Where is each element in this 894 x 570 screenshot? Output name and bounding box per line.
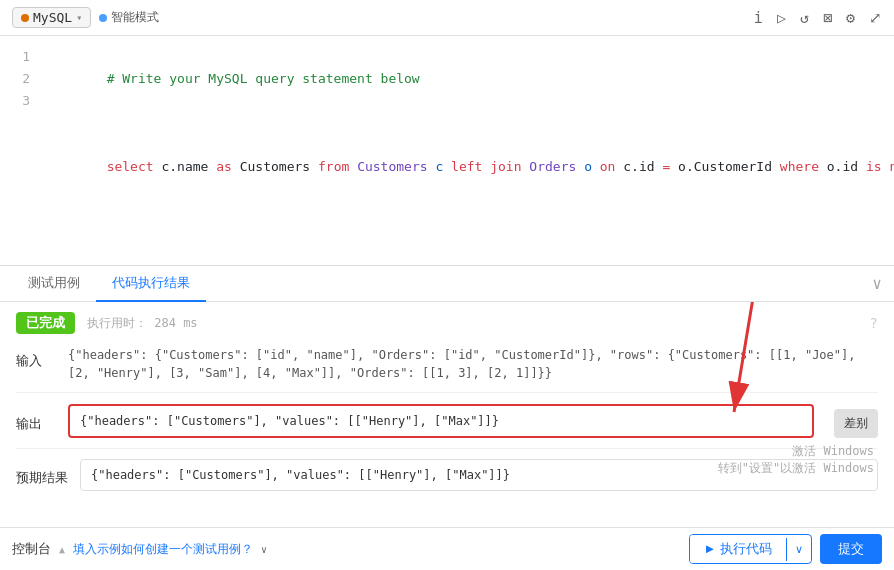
kw-from: from: [318, 159, 357, 174]
bottom-panel: 测试用例 代码执行结果 ∨ 已完成 执行用时： 284 ms ? 输入 {"he…: [0, 266, 894, 570]
editor-area[interactable]: 1 2 3 # Write your MySQL query statement…: [0, 36, 894, 266]
stop-icon[interactable]: ⊠: [823, 9, 832, 27]
editor-content: 1 2 3 # Write your MySQL query statement…: [0, 36, 894, 265]
settings-icon[interactable]: ⚙: [846, 9, 855, 27]
exec-time: 执行用时： 284 ms: [87, 315, 198, 332]
op-eq: =: [662, 159, 678, 174]
code-line-2: [36, 112, 894, 134]
run-dropdown-button[interactable]: ∨: [786, 538, 811, 561]
top-bar: MySQL ▾ 智能模式 i ▷ ↺ ⊠ ⚙ ⤢: [0, 0, 894, 36]
db-dot: [21, 14, 29, 22]
top-bar-left: MySQL ▾ 智能模式: [12, 7, 159, 28]
fill-dropdown-icon[interactable]: ∨: [261, 544, 267, 555]
run-button[interactable]: ► 执行代码 ∨: [689, 534, 812, 564]
kw-is: is: [866, 159, 889, 174]
expected-box: {"headers": ["Customers"], "values": [["…: [80, 459, 878, 491]
input-row: 输入 {"headers": {"Customers": ["id", "nam…: [16, 346, 878, 393]
kw-leftjoin: left join: [451, 159, 529, 174]
result-help-icon: ?: [870, 315, 878, 331]
db-selector[interactable]: MySQL ▾: [12, 7, 91, 28]
db-label: MySQL: [33, 10, 72, 25]
tab-test-case[interactable]: 测试用例: [12, 266, 96, 302]
console-label: 控制台: [12, 540, 51, 558]
kw-where: where: [780, 159, 827, 174]
val-null: null: [889, 159, 894, 174]
status-row: 已完成 执行用时： 284 ms ?: [16, 312, 878, 334]
col-customers-alias: Customers: [240, 159, 318, 174]
tabs: 测试用例 代码执行结果: [12, 266, 206, 302]
col-cid: c.id: [623, 159, 662, 174]
line-numbers: 1 2 3: [0, 36, 36, 265]
right-buttons: ► 执行代码 ∨ 提交: [689, 534, 882, 564]
status-badge: 已完成: [16, 312, 75, 334]
panel-expand-icon[interactable]: ∨: [872, 274, 882, 293]
expected-row: 预期结果 {"headers": ["Customers"], "values"…: [16, 459, 878, 501]
kw-select: select: [107, 159, 162, 174]
tab-bar: 测试用例 代码执行结果 ∨: [0, 266, 894, 302]
diff-button[interactable]: 差别: [834, 409, 878, 438]
code-line-3: select c.name as Customers from Customer…: [36, 134, 894, 200]
smart-dot: [99, 14, 107, 22]
smart-mode-label: 智能模式: [111, 9, 159, 26]
console-row: 控制台 ▲ 填入示例如何创建一个测试用例？ ∨: [12, 540, 267, 558]
smart-mode: 智能模式: [99, 9, 159, 26]
input-content: {"headers": {"Customers": ["id", "name"]…: [68, 346, 878, 382]
expected-label: 预期结果: [16, 463, 68, 487]
code-line-1: # Write your MySQL query statement below: [36, 46, 894, 112]
col-oid: o.id: [827, 159, 866, 174]
col-cname: c.name: [161, 159, 216, 174]
alias-o: o: [584, 159, 600, 174]
col-ocustomerid: o.CustomerId: [678, 159, 780, 174]
expand-icon[interactable]: ⤢: [869, 9, 882, 27]
comment-text: # Write your MySQL query statement below: [107, 71, 420, 86]
kw-on: on: [600, 159, 623, 174]
run-icon[interactable]: ▷: [777, 9, 786, 27]
fill-example-link[interactable]: 填入示例如何创建一个测试用例？: [73, 541, 253, 558]
tab-exec-result[interactable]: 代码执行结果: [96, 266, 206, 302]
output-box: {"headers": ["Customers"], "values": [["…: [68, 404, 814, 438]
output-label: 输出: [16, 409, 56, 433]
input-label: 输入: [16, 346, 56, 370]
db-chevron-icon: ▾: [76, 12, 82, 23]
code-lines: # Write your MySQL query statement below…: [36, 36, 894, 265]
result-area: 已完成 执行用时： 284 ms ? 输入 {"headers": {"Cust…: [0, 302, 894, 527]
submit-button[interactable]: 提交: [820, 534, 882, 564]
kw-as: as: [216, 159, 239, 174]
tbl-customers: Customers: [357, 159, 435, 174]
output-row: 输出 {"headers": ["Customers"], "values": …: [16, 403, 878, 449]
tbl-orders: Orders: [529, 159, 584, 174]
console-expand-icon[interactable]: ▲: [59, 544, 65, 555]
top-bar-right: i ▷ ↺ ⊠ ⚙ ⤢: [754, 9, 882, 27]
alias-c: c: [435, 159, 451, 174]
undo-icon[interactable]: ↺: [800, 9, 809, 27]
info-icon[interactable]: i: [754, 9, 763, 27]
bottom-toolbar: 控制台 ▲ 填入示例如何创建一个测试用例？ ∨ ► 执行代码 ∨ 提交: [0, 527, 894, 570]
input-text: {"headers": {"Customers": ["id", "name"]…: [68, 346, 878, 382]
run-main-button[interactable]: ► 执行代码: [690, 535, 786, 563]
